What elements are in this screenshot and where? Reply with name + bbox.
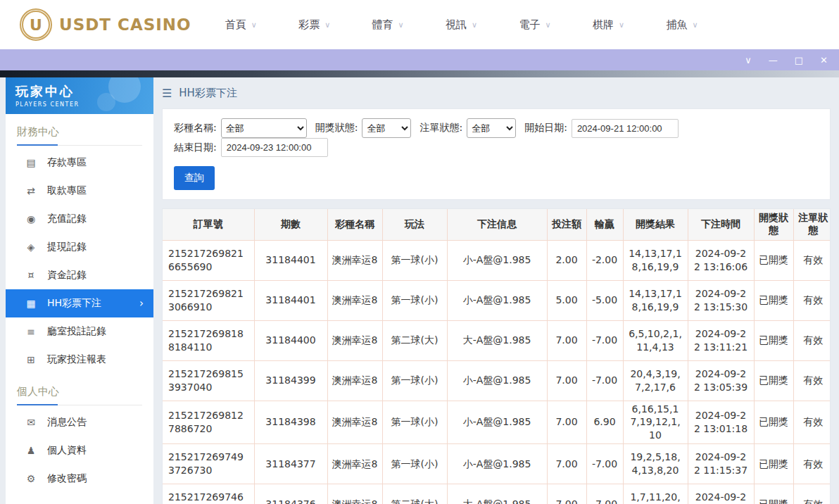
start-date-input[interactable] — [572, 119, 679, 138]
cell-bet_info: 小-A盤@1.985 — [447, 240, 547, 280]
nav-item[interactable]: 捕魚∨ — [667, 18, 698, 32]
cell-order_status: 有效 — [793, 240, 831, 280]
cell-bet_amount: 7.00 — [547, 444, 586, 484]
cell-order_status: 有效 — [793, 360, 831, 401]
content-area: 玩家中心 PLAYERS CENTER 財務中心▤存款專區⇄取款專區◉充值記錄◈… — [0, 70, 839, 504]
sidebar-sections: 財務中心▤存款專區⇄取款專區◉充值記錄◈提現記錄¤資金記錄▦HH彩票下注›≡廳室… — [6, 125, 153, 504]
sidebar-item-HH彩票下注[interactable]: ▦HH彩票下注› — [6, 289, 153, 317]
order-status-select[interactable]: 全部 — [467, 118, 516, 138]
search-button[interactable]: 查詢 — [174, 166, 215, 190]
cell-order_no: 2152172697463511800 — [163, 484, 254, 504]
nav-item[interactable]: 首頁∨ — [225, 18, 257, 32]
minimize-icon[interactable]: — — [769, 56, 778, 65]
lottery-name-select[interactable]: 全部 — [221, 118, 307, 138]
column-header-draw_status: 開獎狀態 — [754, 209, 793, 240]
cell-order_status: 有效 — [793, 280, 831, 320]
table-row: 215217269821665569031184401澳洲幸运8第一球(小)小-… — [163, 240, 831, 280]
draw-status-select[interactable]: 全部 — [362, 118, 411, 138]
sidebar-item-資金記錄[interactable]: ¤資金記錄 — [6, 261, 153, 289]
cell-draw_result: 19,2,5,18,4,13,8,20 — [623, 444, 688, 484]
logo[interactable]: U USDT CASINO — [20, 8, 191, 41]
table-row: 215217269818818411031184400澳洲幸运8第二球(大)大-… — [163, 320, 831, 360]
column-header-bet_time: 下注時間 — [688, 209, 754, 240]
nav-item[interactable]: 視訊∨ — [446, 18, 477, 32]
nav-item-label: 電子 — [519, 18, 541, 32]
cell-draw_status: 已開獎 — [754, 484, 793, 504]
cell-period: 31184401 — [254, 240, 327, 280]
column-header-bet_amount: 投注額 — [547, 209, 586, 240]
nav-item-label: 捕魚 — [667, 18, 688, 32]
cell-bet_amount: 7.00 — [547, 484, 586, 504]
cell-win_loss: -7.00 — [586, 360, 623, 401]
order-status-label: 注單狀態: — [420, 122, 462, 134]
cell-bet_amount: 5.00 — [547, 280, 586, 320]
menu-toggle-icon[interactable]: ☰ — [162, 87, 172, 100]
cell-lottery: 澳洲幸运8 — [327, 484, 382, 504]
chevron-right-icon: › — [139, 297, 144, 310]
chevron-down-icon: ∨ — [545, 20, 551, 30]
column-header-period: 期數 — [254, 209, 327, 240]
cell-order_no: 2152172698153937040 — [163, 360, 254, 401]
page-title: HH彩票下注 — [179, 87, 237, 100]
cell-play: 第二球(大) — [382, 484, 447, 504]
cell-order_no: 2152172698213066910 — [163, 280, 254, 320]
cell-draw_result: 14,13,17,18,16,19,9 — [623, 240, 688, 280]
sidebar-item-個人資料[interactable]: ♟個人資料 — [6, 436, 153, 465]
nav-item-label: 首頁 — [225, 18, 246, 32]
sidebar-item-存款專區[interactable]: ▤存款專區 — [6, 149, 153, 177]
end-date-input[interactable] — [221, 138, 328, 157]
sidebar-item-label: HH彩票下注 — [47, 297, 101, 310]
cell-lottery: 澳洲幸运8 — [327, 401, 382, 444]
cell-win_loss: -7.00 — [586, 484, 623, 504]
funds-record-icon: ¤ — [25, 270, 37, 281]
nav-item[interactable]: 彩票∨ — [298, 18, 330, 32]
cell-draw_status: 已開獎 — [754, 401, 793, 444]
nav-item[interactable]: 棋牌∨ — [593, 18, 624, 32]
close-icon[interactable]: ✕ — [820, 56, 828, 65]
cell-lottery: 澳洲幸运8 — [327, 360, 382, 401]
column-header-play: 玩法 — [382, 209, 447, 240]
logo-text: USDT CASINO — [59, 15, 191, 34]
cell-bet_info: 大-A盤@1.985 — [447, 320, 547, 360]
chevron-down-icon: ∨ — [398, 20, 404, 30]
end-date-label: 結束日期: — [174, 141, 217, 154]
cell-bet_time: 2024-09-22 11:10:35 — [688, 484, 754, 504]
table-row: 215217269812788672031184398澳洲幸运8第一球(小)小-… — [163, 401, 831, 444]
sidebar-item-label: 玩家投注報表 — [47, 353, 106, 366]
cell-draw_status: 已開獎 — [754, 360, 793, 401]
nav-item-label: 彩票 — [298, 18, 320, 32]
sidebar-item-提現記錄[interactable]: ◈提現記錄 — [6, 233, 153, 261]
cell-bet_time: 2024-09-22 13:16:06 — [688, 240, 754, 280]
nav-item[interactable]: 電子∨ — [519, 18, 551, 32]
sidebar-item-玩家投注報表[interactable]: ⊞玩家投注報表 — [6, 346, 153, 374]
sidebar-item-修改密碼[interactable]: ⚙修改密碼 — [6, 465, 153, 493]
sidebar: 玩家中心 PLAYERS CENTER 財務中心▤存款專區⇄取款專區◉充值記錄◈… — [6, 77, 153, 504]
cell-draw_status: 已開獎 — [754, 240, 793, 280]
cashout-record-icon: ◈ — [25, 241, 37, 253]
chevron-down-icon[interactable]: ∨ — [745, 56, 752, 65]
column-header-lottery: 彩種名稱 — [327, 209, 382, 240]
nav-item-label: 棋牌 — [593, 18, 614, 32]
sidebar-item-廳室投註記錄[interactable]: ≡廳室投註記錄 — [6, 317, 153, 346]
cell-order_status: 有效 — [793, 401, 831, 444]
cell-bet_amount: 7.00 — [547, 320, 586, 360]
cell-lottery: 澳洲幸运8 — [327, 444, 382, 484]
column-header-order_no: 訂單號 — [163, 209, 254, 240]
draw-status-label: 開獎狀態: — [315, 122, 358, 134]
recharge-record-icon: ◉ — [25, 213, 37, 225]
bell-icon: ✉ — [25, 417, 37, 428]
maximize-icon[interactable]: □ — [795, 56, 803, 65]
cell-bet_info: 小-A盤@1.985 — [447, 444, 547, 484]
filter-end-date: 結束日期: — [174, 138, 328, 157]
cell-bet_amount: 2.00 — [547, 240, 586, 280]
sidebar-item-消息公告[interactable]: ✉消息公告 — [6, 408, 153, 436]
sidebar-item-取款專區[interactable]: ⇄取款專區 — [6, 177, 153, 205]
filter-draw-status: 開獎狀態: 全部 — [315, 118, 412, 138]
nav-item[interactable]: 體育∨ — [372, 18, 404, 32]
cell-period: 31184398 — [254, 401, 327, 444]
sidebar-title: 玩家中心 — [15, 83, 144, 100]
cell-draw_result: 6,16,15,17,19,12,1,10 — [623, 401, 688, 444]
cell-bet_time: 2024-09-22 13:11:21 — [688, 320, 754, 360]
sidebar-item-充值記錄[interactable]: ◉充值記錄 — [6, 205, 153, 233]
sidebar-item-label: 個人資料 — [47, 444, 87, 457]
